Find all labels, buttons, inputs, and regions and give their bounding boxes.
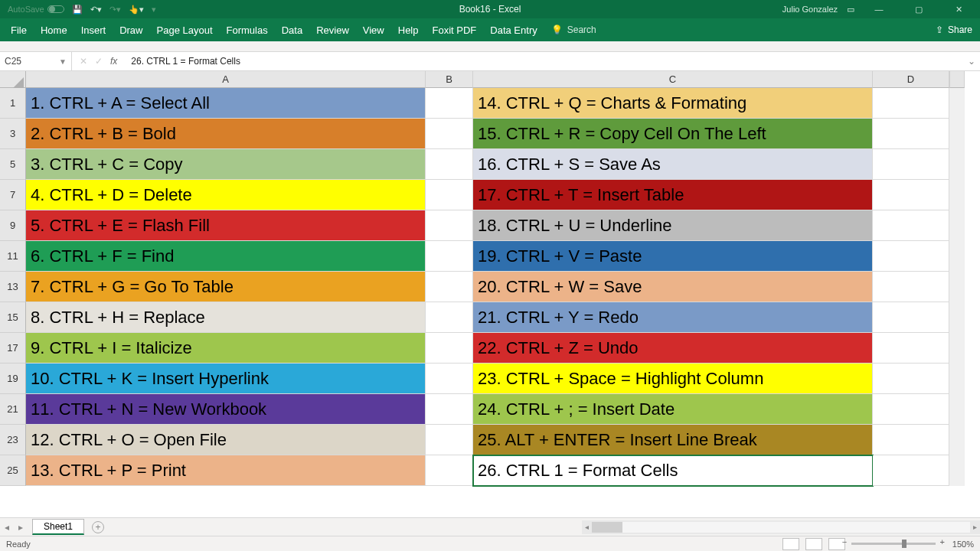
cell[interactable]	[873, 241, 949, 272]
cell[interactable]: 14. CTRL + Q = Charts & Formating	[473, 88, 873, 119]
vscroll-track[interactable]	[949, 455, 965, 486]
formula-input[interactable]: 26. CTRL 1 = Format Cells	[125, 56, 240, 67]
cell[interactable]: 21. CTRL + Y = Redo	[473, 302, 873, 333]
save-icon[interactable]: 💾	[72, 5, 83, 15]
cell[interactable]	[426, 210, 473, 241]
cell[interactable]: 4. CTRL + D = Delete	[26, 180, 426, 210]
row-header[interactable]: 7	[0, 180, 26, 210]
row-header[interactable]: 19	[0, 364, 26, 394]
cell[interactable]: 16. CTRL + S = Save As	[473, 149, 873, 180]
vscroll-track[interactable]	[949, 180, 965, 210]
cell[interactable]: 17. CTRL + T = Insert Table	[473, 180, 873, 210]
zoom-level[interactable]: 150%	[952, 540, 974, 549]
enter-formula-icon[interactable]: ✓	[95, 56, 103, 67]
cell[interactable]	[873, 425, 949, 455]
cell[interactable]	[426, 302, 473, 333]
row-header[interactable]: 3	[0, 119, 26, 149]
col-header-b[interactable]: B	[426, 71, 473, 88]
cell[interactable]: 6. CTRL + F = Find	[26, 241, 426, 272]
vscroll-track[interactable]	[949, 272, 965, 302]
tab-data-entry[interactable]: Data Entry	[490, 24, 537, 36]
cell[interactable]	[873, 210, 949, 241]
normal-view-button[interactable]	[782, 538, 799, 550]
cell[interactable]	[426, 364, 473, 394]
chevron-down-icon[interactable]: ▼	[59, 57, 71, 66]
cell[interactable]: 19. CTRL + V = Paste	[473, 241, 873, 272]
cell[interactable]	[426, 180, 473, 210]
vscroll-track[interactable]	[949, 88, 965, 119]
fx-icon[interactable]: fx	[110, 56, 117, 67]
cell[interactable]: 2. CTRL + B = Bold	[26, 119, 426, 149]
search-box[interactable]: 💡 Search	[551, 24, 596, 35]
name-box[interactable]: C25▼	[0, 52, 72, 70]
vscroll-track[interactable]	[949, 333, 965, 364]
row-header[interactable]: 15	[0, 302, 26, 333]
row-header[interactable]: 9	[0, 210, 26, 241]
col-header-d[interactable]: D	[873, 71, 949, 88]
cell[interactable]: 10. CTRL + K = Insert Hyperlink	[26, 364, 426, 394]
autosave-toggle[interactable]: AutoSave	[8, 5, 64, 14]
qat-customize-icon[interactable]: ▾	[152, 5, 156, 15]
page-layout-view-button[interactable]	[805, 538, 822, 550]
tab-formulas[interactable]: Formulas	[227, 24, 268, 36]
row-header[interactable]: 13	[0, 272, 26, 302]
tab-page-layout[interactable]: Page Layout	[157, 24, 213, 36]
spreadsheet-grid[interactable]: A B C D 11. CTRL + A = Select All14. CTR…	[0, 71, 980, 486]
undo-icon[interactable]: ↶▾	[90, 5, 102, 15]
cell[interactable]	[873, 119, 949, 149]
touch-mode-icon[interactable]: 👆▾	[129, 5, 144, 15]
vscroll-track[interactable]	[949, 302, 965, 333]
cell[interactable]: 3. CTRL + C = Copy	[26, 149, 426, 180]
row-header[interactable]: 23	[0, 425, 26, 455]
cell[interactable]: 9. CTRL + I = Italicize	[26, 333, 426, 364]
cell[interactable]	[873, 333, 949, 364]
col-header-a[interactable]: A	[26, 71, 426, 88]
redo-icon[interactable]: ↷▾	[109, 5, 121, 15]
vscroll-track[interactable]	[949, 425, 965, 455]
row-header[interactable]: 5	[0, 149, 26, 180]
cell[interactable]: 25. ALT + ENTER = Insert Line Break	[473, 425, 873, 455]
cell[interactable]	[426, 119, 473, 149]
cell[interactable]: 18. CTRL + U = Underline	[473, 210, 873, 241]
cell[interactable]: 7. CTRL + G = Go To Table	[26, 272, 426, 302]
cell[interactable]: 12. CTRL + O = Open File	[26, 425, 426, 455]
tab-help[interactable]: Help	[398, 24, 419, 36]
minimize-button[interactable]: —	[864, 0, 894, 18]
cell[interactable]: 11. CTRL + N = New Workbook	[26, 394, 426, 425]
cell[interactable]	[873, 272, 949, 302]
cell[interactable]	[873, 88, 949, 119]
vscroll-track[interactable]	[949, 394, 965, 425]
cell[interactable]	[426, 241, 473, 272]
cell[interactable]	[426, 425, 473, 455]
tab-view[interactable]: View	[363, 24, 384, 36]
tab-home[interactable]: Home	[41, 24, 67, 36]
tab-draw[interactable]: Draw	[119, 24, 142, 36]
cell[interactable]	[873, 394, 949, 425]
cell[interactable]: 8. CTRL + H = Replace	[26, 302, 426, 333]
cell[interactable]: 20. CTRL + W = Save	[473, 272, 873, 302]
vscroll-track[interactable]	[949, 241, 965, 272]
tab-file[interactable]: File	[11, 24, 27, 36]
tab-data[interactable]: Data	[282, 24, 302, 36]
cell[interactable]: 22. CTRL + Z = Undo	[473, 333, 873, 364]
cell[interactable]	[426, 272, 473, 302]
cell[interactable]	[873, 302, 949, 333]
cell[interactable]: 5. CTRL + E = Flash Fill	[26, 210, 426, 241]
cell[interactable]	[873, 364, 949, 394]
cell[interactable]: 15. CTRL + R = Copy Cell On The Left	[473, 119, 873, 149]
add-sheet-button[interactable]: +	[92, 521, 104, 533]
cell[interactable]	[426, 88, 473, 119]
cell[interactable]	[426, 394, 473, 425]
cell[interactable]: 13. CTRL + P = Print	[26, 455, 426, 486]
row-header[interactable]: 1	[0, 88, 26, 119]
select-all-corner[interactable]	[0, 71, 26, 88]
row-header[interactable]: 11	[0, 241, 26, 272]
tab-review[interactable]: Review	[316, 24, 349, 36]
vscroll-track[interactable]	[949, 210, 965, 241]
cell[interactable]: 23. CTRL + Space = Highlight Column	[473, 364, 873, 394]
cell[interactable]: 26. CTRL 1 = Format Cells	[473, 455, 873, 486]
cell[interactable]: 24. CTRL + ; = Insert Date	[473, 394, 873, 425]
horizontal-scrollbar[interactable]: ◂▸	[582, 520, 980, 534]
maximize-button[interactable]: ▢	[903, 0, 934, 18]
cell[interactable]	[426, 149, 473, 180]
